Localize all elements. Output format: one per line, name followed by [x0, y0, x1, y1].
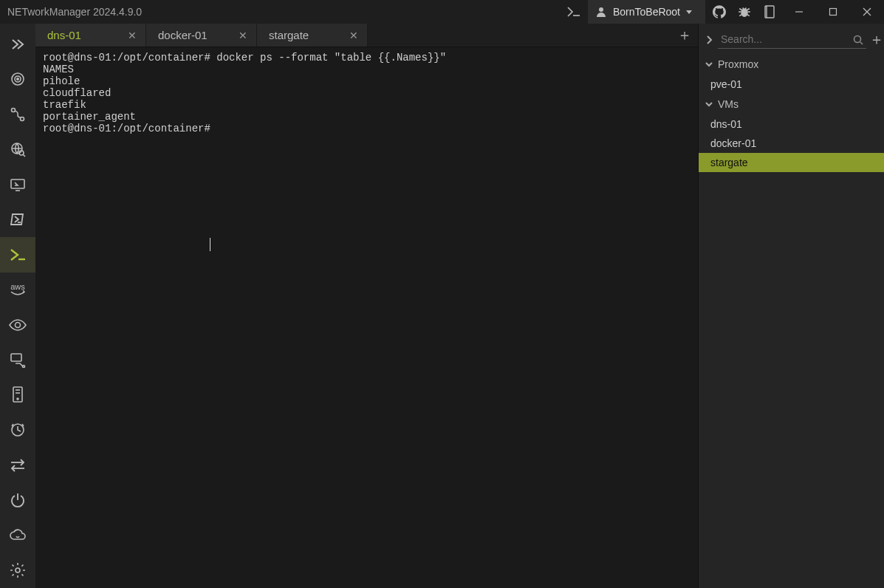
maximize-button[interactable] [816, 0, 850, 24]
profile-dropdown[interactable]: BornToBeRoot [588, 0, 705, 24]
tree-item-pve-01[interactable]: pve-01 [699, 75, 884, 94]
minimize-button[interactable] [782, 0, 816, 24]
tabbar: dns-01 ✕ docker-01 ✕ stargate ✕ ＋ [35, 24, 698, 47]
aws-icon[interactable]: aws [0, 273, 35, 308]
globe-search-icon[interactable] [0, 132, 35, 168]
add-tab-button[interactable]: ＋ [671, 24, 698, 47]
left-toolstrip: aws [0, 24, 35, 588]
profile-name: BornToBeRoot [613, 6, 680, 18]
svg-rect-31 [11, 354, 21, 361]
svg-line-9 [747, 14, 749, 16]
terminal-line: traefik [43, 99, 86, 111]
svg-line-7 [747, 9, 749, 10]
svg-rect-15 [830, 9, 837, 16]
terminal-line: root@dns-01:/opt/container# docker ps --… [43, 52, 446, 64]
expand-menu-button[interactable] [0, 27, 35, 62]
tab-label: docker-01 [158, 29, 208, 41]
github-icon[interactable] [707, 0, 732, 24]
svg-line-6 [739, 9, 741, 10]
tree-group-label: Proxmox [718, 58, 758, 70]
caret-down-icon [686, 9, 698, 15]
svg-line-25 [23, 154, 25, 157]
tab-docker-01[interactable]: docker-01 ✕ [146, 24, 257, 47]
svg-point-1 [599, 7, 603, 12]
clock-icon[interactable] [0, 413, 35, 448]
close-icon[interactable]: ✕ [128, 30, 137, 41]
terminal-line: cloudflared [43, 87, 111, 99]
svg-line-10 [743, 7, 744, 9]
settings-icon[interactable] [0, 553, 35, 589]
docs-icon[interactable] [757, 0, 782, 24]
eye-icon[interactable] [0, 307, 35, 343]
terminal-output[interactable]: root@dns-01:/opt/container# docker ps --… [35, 47, 698, 588]
svg-point-20 [17, 78, 18, 80]
svg-rect-26 [11, 180, 24, 188]
tree-group-label: VMs [718, 98, 739, 110]
text-cursor [210, 238, 210, 251]
route-icon[interactable] [0, 97, 35, 132]
swap-icon[interactable] [0, 448, 35, 483]
tree-group-proxmox[interactable]: Proxmox [699, 54, 884, 75]
tab-dns-01[interactable]: dns-01 ✕ [35, 24, 146, 47]
app-title: NETworkManager 2024.4.9.0 [7, 6, 142, 18]
tab-stargate[interactable]: stargate ✕ [257, 24, 368, 47]
terminal-line: pihole [43, 75, 80, 87]
terminal-line: NAMES [43, 64, 74, 75]
powershell-icon[interactable] [0, 202, 35, 238]
svg-point-3 [741, 9, 747, 16]
bug-icon[interactable] [732, 0, 757, 24]
titlebar: NETworkManager 2024.4.9.0 BornToBeRoot [0, 0, 884, 24]
close-icon[interactable]: ✕ [349, 30, 358, 41]
target-icon[interactable] [0, 62, 35, 98]
terminal-icon[interactable] [0, 237, 35, 273]
search-input[interactable] [718, 30, 866, 49]
close-button[interactable] [850, 0, 884, 24]
cloud-icon[interactable] [0, 518, 35, 553]
svg-point-41 [16, 568, 20, 572]
tree-group-vms[interactable]: VMs [699, 94, 884, 114]
svg-point-30 [16, 322, 21, 327]
tab-label: dns-01 [47, 29, 81, 41]
svg-point-36 [17, 398, 18, 400]
svg-point-32 [23, 366, 25, 368]
tree-item-docker-01[interactable]: docker-01 [699, 134, 884, 153]
svg-line-8 [739, 14, 741, 16]
tree-item-stargate[interactable]: stargate [699, 153, 884, 172]
collapse-panel-icon[interactable] [705, 35, 713, 44]
server-icon[interactable] [0, 377, 35, 413]
svg-marker-2 [686, 10, 692, 14]
power-icon[interactable] [0, 483, 35, 519]
tree-item-dns-01[interactable]: dns-01 [699, 114, 884, 134]
port-forward-icon[interactable] [0, 343, 35, 378]
terminal-line: root@dns-01:/opt/container# [43, 123, 210, 134]
run-command-icon[interactable] [561, 0, 586, 24]
display-icon[interactable] [0, 167, 35, 202]
tab-label: stargate [269, 29, 309, 41]
terminal-line: portainer_agent [43, 111, 136, 123]
right-panel: ＋ Proxmox pve-01 VMs dns-01 docker-01 st… [698, 24, 884, 588]
add-profile-button[interactable]: ＋ [868, 30, 884, 49]
svg-line-11 [745, 7, 746, 9]
svg-point-22 [21, 117, 24, 120]
close-icon[interactable]: ✕ [239, 30, 247, 41]
